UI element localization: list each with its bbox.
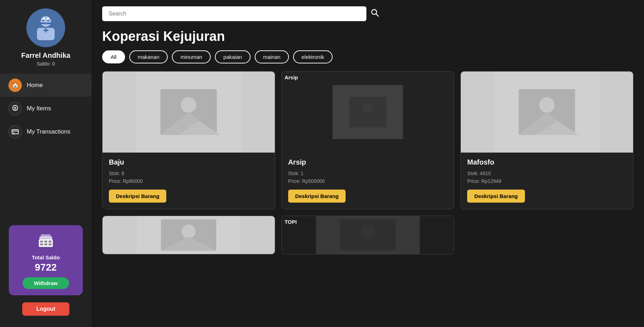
product-grid: Baju Stok: 8 Price: Rp90000 Deskripsi Ba…	[102, 71, 633, 254]
svg-line-28	[376, 14, 379, 17]
sidebar-item-my-items[interactable]: My Items	[0, 97, 92, 120]
product-stok-mafosfo: Stok: 4910	[467, 171, 627, 176]
sidebar: Farrel Andhika Saldo: 0 🏠 Home My Items …	[0, 0, 92, 327]
cat-btn-minuman[interactable]: minuman	[172, 50, 211, 63]
product-stok-baju: Stok: 8	[109, 171, 268, 176]
saldo-display: Saldo: 0	[37, 61, 55, 67]
logout-button[interactable]: Logout	[22, 302, 69, 316]
svg-rect-1	[41, 16, 51, 27]
svg-rect-10	[43, 23, 48, 24]
svg-rect-17	[13, 132, 14, 133]
svg-point-49	[361, 225, 374, 239]
sidebar-item-my-transactions-label: My Transactions	[27, 128, 70, 135]
product-card-partial-1	[102, 216, 275, 254]
main-content: Koperasi Kejujuran All makanan minuman p…	[92, 0, 644, 327]
product-image-baju	[103, 72, 275, 153]
product-price-baju: Price: Rp90000	[109, 178, 268, 184]
svg-rect-24	[49, 243, 51, 245]
sidebar-item-home[interactable]: 🏠 Home	[0, 74, 92, 97]
product-price-mafosfo: Price: Rp12949	[467, 178, 627, 184]
deskripsi-btn-baju[interactable]: Deskripsi Barang	[109, 190, 166, 203]
svg-rect-19	[40, 241, 43, 242]
svg-rect-26	[41, 234, 51, 237]
svg-rect-2	[43, 18, 45, 20]
search-icon	[371, 8, 379, 17]
deskripsi-btn-mafosfo[interactable]: Deskripsi Barang	[467, 190, 525, 203]
product-name-baju: Baju	[109, 158, 268, 166]
svg-point-31	[181, 97, 196, 113]
total-saldo-label: Total Saldo	[32, 254, 60, 260]
category-filters: All makanan minuman pakaian mainan elekt…	[102, 50, 633, 63]
product-name-arsip: Arsip	[288, 158, 448, 166]
svg-rect-8	[42, 20, 44, 21]
product-card-partial-topi: TOPI	[281, 216, 454, 254]
svg-rect-23	[44, 243, 47, 245]
product-name-mafosfo: Mafosfo	[467, 158, 627, 166]
deskripsi-btn-arsip[interactable]: Deskripsi Barang	[288, 190, 346, 203]
product-stok-arsip: Stok: 1	[288, 171, 448, 176]
home-icon: 🏠	[8, 79, 22, 92]
svg-rect-18	[39, 239, 53, 247]
cat-btn-mainan[interactable]: mainan	[255, 50, 289, 63]
total-saldo-amount: 9722	[35, 262, 57, 273]
svg-point-36	[363, 102, 373, 112]
product-info-baju: Baju Stok: 8 Price: Rp90000 Deskripsi Ba…	[103, 153, 275, 209]
cat-btn-pakaian[interactable]: pakaian	[215, 50, 250, 63]
cat-btn-all[interactable]: All	[102, 50, 125, 63]
product-card-baju: Baju Stok: 8 Price: Rp90000 Deskripsi Ba…	[102, 71, 275, 209]
product-card-mafosfo: Mafosfo Stok: 4910 Price: Rp12949 Deskri…	[460, 71, 633, 209]
page-title: Koperasi Kejujuran	[102, 29, 633, 44]
svg-rect-21	[49, 241, 51, 242]
cash-register-icon	[37, 233, 54, 252]
arsip-corner-label: Arsip	[285, 74, 298, 80]
product-image-mafosfo	[461, 72, 633, 153]
sidebar-item-my-transactions[interactable]: My Transactions	[0, 120, 92, 143]
product-price-arsip: Price: Rp500000	[288, 178, 448, 184]
svg-rect-7	[45, 28, 47, 32]
my-transactions-icon	[8, 125, 22, 138]
sidebar-item-my-items-label: My Items	[27, 105, 51, 112]
product-image-topi: TOPI	[282, 216, 454, 254]
svg-point-45	[182, 225, 196, 239]
search-bar-container	[102, 6, 633, 21]
search-button[interactable]	[371, 8, 379, 19]
product-image-arsip: Arsip	[282, 72, 454, 153]
cat-btn-elektronik[interactable]: elektronik	[293, 50, 333, 63]
withdraw-button[interactable]: Withdraw	[23, 277, 69, 289]
product-info-mafosfo: Mafosfo Stok: 4910 Price: Rp12949 Deskri…	[461, 153, 633, 209]
cat-btn-makanan[interactable]: makanan	[129, 50, 168, 63]
svg-rect-15	[12, 130, 18, 134]
svg-point-40	[539, 97, 555, 113]
avatar	[26, 8, 65, 47]
product-image-partial-1	[103, 216, 275, 254]
search-input[interactable]	[102, 6, 366, 21]
my-items-icon	[8, 102, 22, 115]
product-card-arsip: Arsip Arsip Stok: 1 Price: Rp500000 Desk…	[281, 71, 454, 209]
svg-rect-22	[40, 243, 43, 245]
svg-rect-9	[47, 20, 49, 21]
saldo-card: Total Saldo 9722 Withdraw	[9, 225, 83, 295]
svg-rect-3	[47, 18, 49, 20]
product-info-arsip: Arsip Stok: 1 Price: Rp500000 Deskripsi …	[282, 153, 454, 209]
sidebar-item-home-label: Home	[27, 82, 43, 89]
username: Farrel Andhika	[21, 51, 70, 60]
svg-rect-20	[44, 241, 47, 242]
